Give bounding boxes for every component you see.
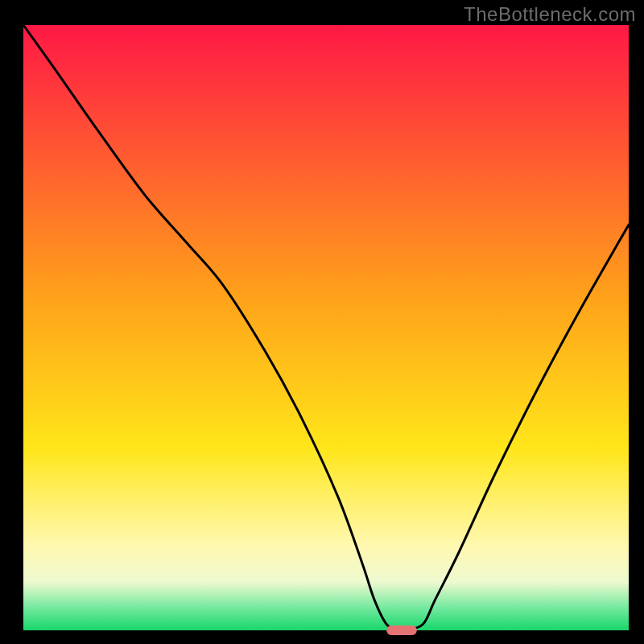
gradient-background: [23, 25, 629, 630]
optimal-marker: [386, 625, 417, 635]
chart-frame: TheBottleneck.com: [0, 0, 644, 644]
watermark-text: TheBottleneck.com: [464, 3, 636, 26]
bottleneck-chart: [0, 0, 644, 644]
